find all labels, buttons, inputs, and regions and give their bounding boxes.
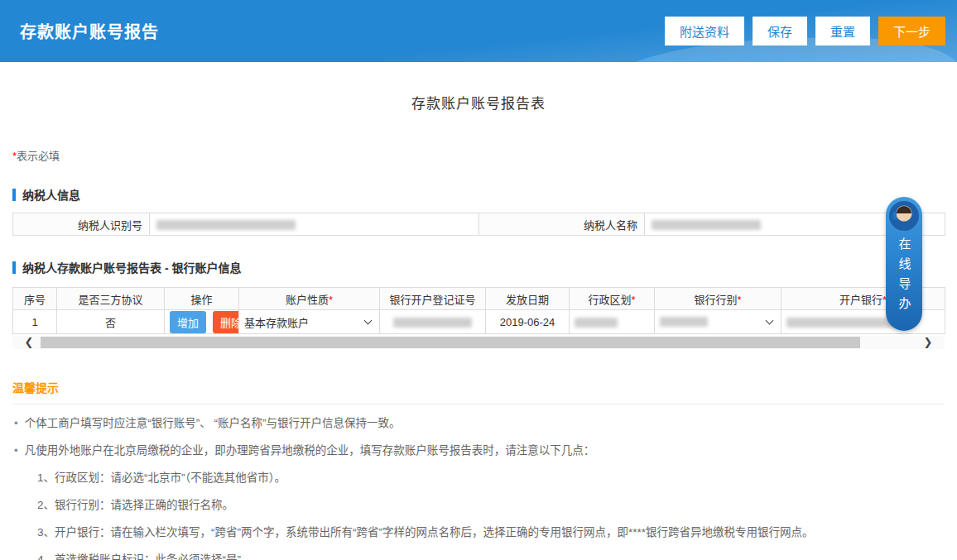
section-title-bank-account: 纳税人存款账户账号报告表 - 银行账户信息: [12, 259, 945, 275]
add-row-button[interactable]: 增加: [170, 311, 206, 333]
table-row: 1 否 增加删除 基本存款账户 2019-06-24: [13, 310, 945, 334]
col-header-admin-division: 行政区划*: [570, 288, 655, 310]
col-header-tripartite: 是否三方协议: [57, 288, 165, 310]
tips-list: 个体工商户填写时应注意“银行账号”、 “账户名称”与银行开户信息保持一致。 凡使…: [12, 415, 945, 560]
redacted-value: [575, 318, 618, 328]
main-content: 存款账户账号报告表 *表示必填 纳税人信息 纳税人识别号 纳税人名称 纳税人存款…: [0, 92, 957, 560]
table-header-row: 序号 是否三方协议 操作 账户性质* 银行开户登记证号 发放日期 行政区划* 银…: [13, 288, 945, 310]
cell-actions: 增加删除: [165, 310, 239, 334]
reset-button[interactable]: 重置: [815, 17, 870, 45]
required-asterisk: *: [737, 294, 741, 306]
app-header: 存款账户账号报告 附送资料 保存 重置 下一步: [0, 0, 957, 62]
cell-account-type: 基本存款账户: [239, 310, 380, 334]
section-bar-icon: [12, 261, 16, 274]
taxpayer-name-label: 纳税人名称: [479, 213, 645, 236]
online-guide-widget[interactable]: 在线导办: [886, 197, 922, 331]
required-note: *表示必填: [12, 147, 945, 163]
cell-admin-division[interactable]: [570, 310, 655, 334]
scrollbar-thumb[interactable]: [41, 337, 860, 348]
required-asterisk: *: [631, 294, 635, 306]
redacted-value: [393, 318, 472, 328]
page-title: 存款账户账号报告: [20, 19, 159, 43]
section-bar-icon: [12, 189, 16, 201]
form-title: 存款账户账号报告表: [12, 92, 945, 112]
page: 存款账户账号报告 附送资料 保存 重置 下一步 存款账户账号报告表 *表示必填 …: [0, 0, 957, 560]
section-title-text: 纳税人存款账户账号报告表 - 银行账户信息: [22, 259, 241, 275]
required-asterisk: *: [329, 294, 333, 306]
col-header-index: 序号: [13, 288, 57, 310]
tip-item: 1、行政区划：请必选“北京市”（不能选其他省市）。: [12, 470, 945, 486]
section-title-text: 纳税人信息: [22, 186, 80, 203]
cell-index: 1: [13, 310, 57, 334]
taxpayer-id-label: 纳税人识别号: [13, 213, 150, 236]
online-guide-label: 在线导办: [896, 237, 913, 317]
scroll-left-arrow-icon[interactable]: ❮: [19, 336, 39, 349]
tips-section: 温馨提示 个体工商户填写时应注意“银行账号”、 “账户名称”与银行开户信息保持一…: [12, 379, 945, 560]
account-type-selected-value: 基本存款账户: [244, 314, 309, 330]
header-button-group: 附送资料 保存 重置 下一步: [665, 17, 945, 45]
bank-category-select[interactable]: [660, 317, 776, 327]
tip-item: 3、开户银行：请在输入栏次填写，“跨省”两个字，系统带出所有“跨省”字样的网点名…: [12, 524, 945, 541]
chevron-down-icon: [766, 317, 774, 325]
divider: [12, 404, 945, 404]
attach-materials-button[interactable]: 附送资料: [665, 17, 744, 45]
chevron-down-icon: [364, 317, 373, 325]
scroll-right-arrow-icon[interactable]: ❯: [918, 336, 938, 349]
section-title-taxpayer: 纳税人信息: [12, 186, 945, 203]
next-step-button[interactable]: 下一步: [878, 17, 945, 45]
redacted-value: [652, 220, 761, 230]
taxpayer-info-table: 纳税人识别号 纳税人名称: [12, 213, 945, 236]
cell-bank-category: [655, 310, 781, 334]
tip-item: 2、银行行别：请选择正确的银行名称。: [12, 497, 945, 514]
table-horizontal-scrollbar[interactable]: ❮ ❯: [12, 336, 945, 349]
cell-issue-date: 2019-06-24: [486, 310, 570, 334]
tip-item: 凡使用外地账户在北京局缴税的企业，即办理跨省异地缴税的企业，填写存款账户账号报告…: [12, 443, 945, 459]
required-note-text: 表示必填: [17, 150, 60, 162]
tip-item: 个体工商户填写时应注意“银行账号”、 “账户名称”与银行开户信息保持一致。: [12, 415, 945, 432]
account-type-select[interactable]: 基本存款账户: [244, 314, 374, 330]
col-header-bank-category: 银行行别*: [655, 288, 781, 310]
cell-registration-no: [380, 310, 486, 334]
bank-account-table: 序号 是否三方协议 操作 账户性质* 银行开户登记证号 发放日期 行政区划* 银…: [12, 287, 945, 334]
redacted-value: [660, 317, 708, 327]
col-header-registration-no: 银行开户登记证号: [380, 288, 486, 310]
save-button[interactable]: 保存: [753, 17, 807, 45]
tips-title: 温馨提示: [12, 379, 945, 395]
redacted-value: [156, 220, 296, 230]
table-row: 纳税人识别号 纳税人名称: [13, 213, 945, 236]
col-header-actions: 操作: [165, 288, 239, 310]
taxpayer-id-value: [150, 213, 479, 236]
tip-item: 4、首选缴税账户标识：此条必须选择“是”。: [12, 552, 945, 560]
cell-tripartite: 否: [57, 310, 165, 334]
col-header-account-type: 账户性质*: [239, 288, 380, 310]
customer-service-avatar-icon: [889, 201, 919, 231]
col-header-issue-date: 发放日期: [486, 288, 570, 310]
delete-row-button[interactable]: 删除: [213, 311, 238, 333]
